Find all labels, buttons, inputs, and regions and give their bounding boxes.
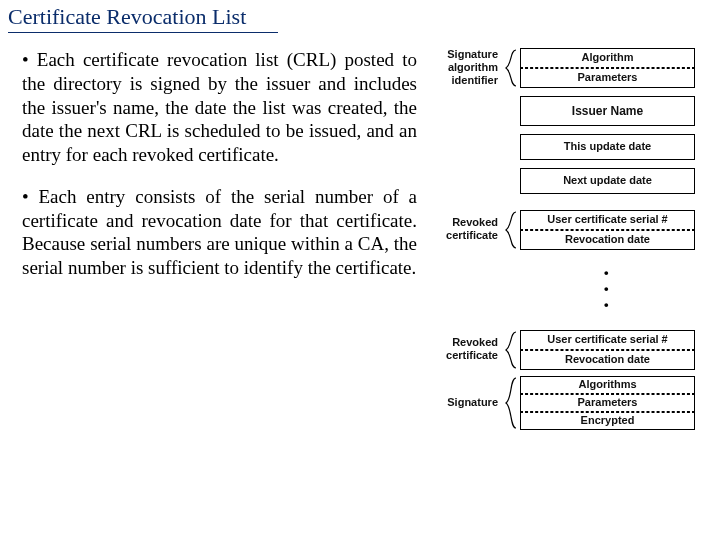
label-text: Revoked — [452, 216, 498, 228]
crl-structure-diagram: Signature algorithm identifier Algorithm… — [438, 48, 710, 470]
cell-algorithm: Algorithm — [520, 48, 695, 68]
cell-next-update-date: Next update date — [520, 168, 695, 194]
slide-title: Certificate Revocation List — [8, 4, 278, 33]
label-text: Signature — [447, 48, 498, 60]
brace-icon — [500, 48, 518, 88]
paragraph-1: • Each certificate revocation list (CRL)… — [22, 48, 417, 167]
cell-this-update-date: This update date — [520, 134, 695, 160]
brace-icon — [500, 210, 518, 250]
slide: Certificate Revocation List • Each certi… — [0, 0, 720, 540]
cell-signature-algorithms: Algorithms — [520, 376, 695, 394]
label-revoked-certificate-1: Revoked certificate — [438, 216, 498, 242]
label-signature: Signature — [438, 396, 498, 409]
cell-user-cert-serial-1: User certificate serial # — [520, 210, 695, 230]
brace-icon — [500, 330, 518, 370]
label-text: certificate — [446, 349, 498, 361]
body-text: • Each certificate revocation list (CRL)… — [22, 48, 417, 298]
label-signature-algorithm-identifier: Signature algorithm identifier — [438, 48, 498, 88]
brace-icon — [500, 376, 518, 430]
ellipsis-dot: • — [604, 266, 609, 279]
label-text: certificate — [446, 229, 498, 241]
ellipsis-dot: • — [604, 282, 609, 295]
label-text: Revoked — [452, 336, 498, 348]
ellipsis-dot: • — [604, 298, 609, 311]
label-text: identifier — [452, 74, 498, 86]
label-text: algorithm — [448, 61, 498, 73]
cell-revocation-date-1: Revocation date — [520, 230, 695, 250]
cell-issuer-name: Issuer Name — [520, 96, 695, 126]
cell-parameters: Parameters — [520, 68, 695, 88]
label-revoked-certificate-2: Revoked certificate — [438, 336, 498, 362]
cell-user-cert-serial-2: User certificate serial # — [520, 330, 695, 350]
paragraph-2: • Each entry consists of the serial numb… — [22, 185, 417, 280]
cell-signature-encrypted: Encrypted — [520, 412, 695, 430]
cell-signature-parameters: Parameters — [520, 394, 695, 412]
cell-revocation-date-2: Revocation date — [520, 350, 695, 370]
